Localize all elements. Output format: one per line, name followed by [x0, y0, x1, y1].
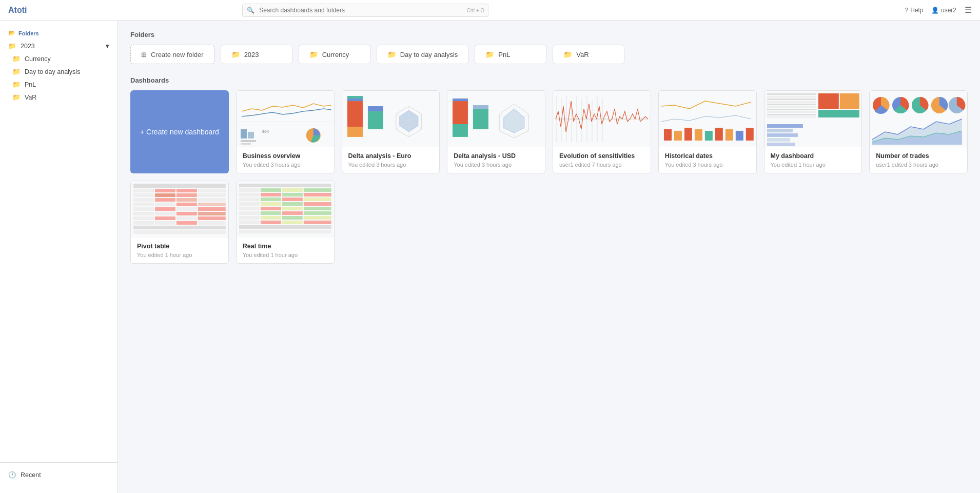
svg-rect-22 — [453, 124, 468, 137]
svg-rect-83 — [155, 189, 175, 192]
svg-rect-48 — [705, 131, 713, 141]
search-input[interactable] — [242, 4, 488, 17]
svg-rect-151 — [239, 230, 331, 233]
user-button[interactable]: 👤 user2 — [931, 7, 956, 14]
svg-rect-135 — [261, 207, 281, 210]
svg-rect-87 — [155, 193, 175, 197]
dashboard-card-my-dashboard[interactable]: My dashboard You edited 1 hour ago — [764, 90, 863, 173]
svg-rect-25 — [473, 105, 488, 109]
user-icon: 👤 — [931, 7, 939, 14]
sidebar-item-label-pnl: PnL — [25, 81, 36, 88]
dashboard-thumb-historical — [659, 91, 756, 147]
dashboard-card-delta-usd[interactable]: Delta analysis - USD You edited 3 hours … — [447, 90, 545, 173]
folder-card-pnl[interactable]: 📁 PnL — [475, 45, 546, 64]
svg-rect-84 — [177, 189, 197, 192]
dashboard-card-evolution[interactable]: Evolution of sensitivities user1 edited … — [553, 90, 651, 173]
svg-rect-23 — [453, 98, 468, 101]
folder-card-currency[interactable]: 📁 Currency — [299, 45, 370, 64]
folder-icon-2023: 📁 — [8, 42, 16, 50]
create-folder-label: Create new folder — [151, 51, 204, 58]
svg-rect-52 — [746, 128, 754, 141]
svg-rect-150 — [239, 225, 331, 229]
create-folder-button[interactable]: ⊞ Create new folder — [130, 45, 214, 64]
svg-rect-91 — [155, 198, 175, 202]
dashboard-info-num-trades: Number of trades user1 edited 3 hours ag… — [870, 147, 967, 173]
sidebar-item-day-to-day[interactable]: 📁 Day to day analysis — [0, 65, 117, 78]
svg-rect-92 — [177, 198, 197, 202]
help-button[interactable]: ? Help — [905, 7, 923, 14]
svg-rect-149 — [304, 221, 331, 224]
svg-rect-44 — [664, 129, 672, 141]
svg-rect-10 — [347, 127, 362, 137]
sidebar-item-currency[interactable]: 📁 Currency — [0, 52, 117, 65]
svg-rect-141 — [304, 211, 331, 215]
svg-rect-59 — [767, 106, 815, 108]
search-shortcut: Ctrl + O — [466, 7, 484, 13]
dashboard-thumb-delta-euro — [342, 91, 440, 147]
svg-rect-60 — [767, 109, 815, 110]
svg-rect-144 — [282, 216, 303, 220]
dashboard-info-historical: Historical dates You edited 3 hours ago — [659, 147, 756, 173]
svg-rect-133 — [304, 202, 331, 206]
create-dashboard-label: + Create new dashboard — [140, 128, 219, 136]
sidebar-item-pnl[interactable]: 📁 PnL — [0, 78, 117, 91]
dashboard-thumb-real-time — [237, 181, 334, 238]
svg-rect-109 — [198, 216, 226, 220]
svg-rect-56 — [767, 98, 815, 100]
svg-rect-2 — [241, 129, 247, 139]
svg-rect-139 — [261, 211, 281, 215]
folder-label-day-to-day: Day to day analysis — [400, 51, 458, 58]
svg-rect-85 — [198, 189, 226, 192]
folder-card-day-to-day[interactable]: 📁 Day to day analysis — [377, 45, 469, 64]
svg-rect-129 — [304, 198, 331, 201]
svg-rect-7 — [241, 143, 251, 145]
svg-rect-89 — [198, 193, 226, 197]
help-label: Help — [910, 7, 923, 14]
dashboard-title-pivot: Pivot table — [137, 243, 222, 250]
clock-icon: 🕐 — [8, 471, 16, 479]
svg-rect-119 — [261, 188, 281, 192]
create-dashboard-button[interactable]: + Create new dashboard — [130, 90, 229, 173]
svg-rect-57 — [767, 101, 815, 103]
svg-rect-107 — [155, 216, 175, 220]
svg-rect-111 — [155, 221, 175, 225]
svg-rect-70 — [767, 138, 790, 142]
svg-rect-138 — [239, 211, 260, 215]
svg-rect-65 — [839, 93, 859, 109]
dashboards-grid: + Create new dashboard — [130, 90, 968, 264]
folder-card-var[interactable]: 📁 VaR — [553, 45, 624, 64]
svg-rect-51 — [736, 131, 743, 141]
main-layout: 📂 Folders 📁 2023 ▾ 📁 Currency 📁 Day to d… — [0, 21, 980, 493]
dashboard-title-historical: Historical dates — [665, 152, 750, 160]
svg-rect-71 — [767, 143, 795, 146]
svg-rect-103 — [155, 212, 175, 215]
chevron-down-icon: ▾ — [106, 42, 109, 50]
svg-rect-63 — [767, 116, 815, 118]
dashboard-card-pivot[interactable]: Pivot table You edited 1 hour ago — [130, 181, 229, 264]
svg-rect-61 — [767, 111, 815, 113]
svg-rect-122 — [239, 193, 260, 196]
folder-card-2023[interactable]: 📁 2023 — [221, 45, 292, 64]
svg-rect-134 — [239, 207, 260, 210]
dashboard-card-business-overview[interactable]: 804 Business overview You edited 3 hours… — [236, 90, 335, 173]
recent-label: Recent — [21, 471, 41, 479]
svg-rect-120 — [282, 188, 303, 192]
svg-rect-95 — [155, 203, 175, 206]
dashboard-card-real-time[interactable]: Real time You edited 1 hour ago — [236, 181, 335, 264]
user-label: user2 — [941, 7, 956, 14]
dashboard-card-delta-euro[interactable]: Delta analysis - Euro You edited 3 hours… — [342, 90, 440, 173]
sidebar-item-2023[interactable]: 📁 2023 ▾ — [0, 40, 117, 52]
sidebar-recent[interactable]: 🕐 Recent — [8, 469, 109, 481]
dashboard-time-historical: You edited 3 hours ago — [665, 162, 750, 168]
dashboard-card-num-trades[interactable]: Number of trades user1 edited 3 hours ag… — [869, 90, 968, 173]
sidebar-item-var[interactable]: 📁 VaR — [0, 91, 117, 104]
svg-rect-124 — [282, 193, 303, 196]
menu-button[interactable]: ☰ — [965, 5, 972, 15]
dashboard-time-pivot: You edited 1 hour ago — [137, 252, 222, 258]
svg-rect-68 — [767, 129, 792, 132]
svg-rect-62 — [767, 114, 815, 115]
folder-icon-currency-card: 📁 — [309, 50, 318, 58]
folder-icon-2023-card: 📁 — [231, 50, 240, 58]
dashboard-card-historical[interactable]: Historical dates You edited 3 hours ago — [658, 90, 757, 173]
svg-text:804: 804 — [262, 129, 269, 134]
